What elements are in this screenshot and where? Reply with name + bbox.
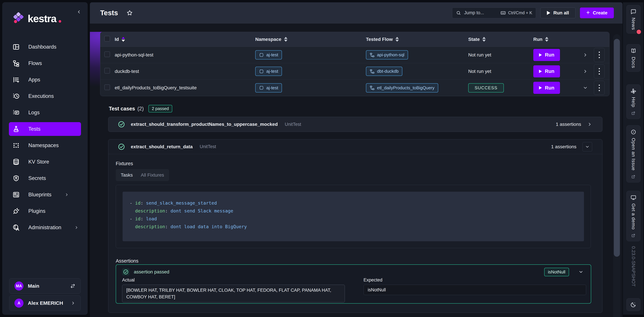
namespace-icon (259, 69, 264, 74)
collapse-assertion-icon[interactable] (578, 270, 584, 275)
namespaces-icon (12, 142, 20, 149)
state-label: Not run yet (468, 52, 491, 57)
sidebar-item-executions[interactable]: Executions (2, 89, 88, 103)
column-header-namespace[interactable]: Namespace (255, 37, 288, 42)
page-title: Tests (100, 9, 118, 17)
kestra-logo-text: kestra (28, 12, 56, 24)
expected-label: Expected (364, 278, 586, 283)
sidebar-item-logs[interactable]: Logs (2, 106, 88, 119)
row-checkbox[interactable] (104, 84, 110, 90)
sidebar-item-secrets[interactable]: Secrets (2, 171, 88, 185)
fixtures-section-title: Fixtures (116, 161, 591, 166)
sidebar-item-flows[interactable]: Flows (2, 56, 88, 70)
play-icon (547, 11, 550, 15)
flow-badge[interactable]: dbt-duckdb (366, 67, 402, 76)
test-case-row[interactable]: extract_should_transform_productNames_to… (108, 117, 602, 132)
success-state-badge: SUCCESS (468, 83, 504, 92)
sidebar-item-tests[interactable]: Tests (9, 122, 81, 136)
theme-toggle-button[interactable] (626, 298, 640, 311)
run-button[interactable]: Run (533, 65, 560, 77)
namespace-badge[interactable]: aj-test (255, 83, 282, 92)
column-header-id[interactable]: Id (115, 37, 125, 42)
page-content: Id Namespace Tested Flow State Run api-p… (90, 32, 622, 317)
row-menu-button[interactable] (594, 81, 604, 95)
row-menu-button[interactable] (594, 64, 604, 78)
expand-row-icon[interactable] (583, 52, 594, 57)
kestra-logo[interactable]: kestra (12, 12, 61, 25)
test-id[interactable]: api-python-sql-test (115, 52, 153, 57)
sidebar-item-namespaces[interactable]: Namespaces (2, 139, 88, 152)
jump-to-search[interactable]: Jump to... Ctrl/Cmd + K (452, 7, 536, 18)
namespace-icon (259, 52, 264, 57)
plus-icon: + (586, 9, 590, 15)
assertions-section-title: Assertions (116, 258, 591, 264)
open-an-issue-button[interactable]: Open an Issue (626, 125, 640, 182)
sidebar-item-apps[interactable]: Apps (2, 73, 88, 87)
dashboards-icon (12, 43, 20, 50)
sidebar-item-kv-store[interactable]: KV Store (2, 155, 88, 169)
news-button[interactable]: News (626, 5, 640, 33)
column-header-state[interactable]: State (468, 37, 486, 42)
flow-badge[interactable]: etl_dailyProducts_toBigQuery (366, 83, 438, 92)
right-rail: News Docs Help Open an Issue Get a demo … (623, 2, 643, 315)
run-all-button[interactable]: Run all (540, 7, 576, 18)
sidebar-item-dashboards[interactable]: Dashboards (2, 40, 88, 54)
tenant-switcher[interactable]: MA Main (9, 278, 81, 294)
sidebar-item-blueprints[interactable]: Blueprints (2, 188, 88, 202)
collapse-case-button[interactable] (582, 142, 592, 151)
chevron-left-icon (76, 9, 82, 14)
help-button[interactable]: Help (626, 84, 640, 119)
get-a-demo-button[interactable]: Get a demo (626, 191, 640, 241)
external-link-icon (631, 111, 636, 115)
tab-tasks[interactable]: Tasks (121, 172, 133, 178)
tenant-avatar: MA (14, 282, 24, 291)
scrollbar-thumb[interactable] (614, 39, 620, 257)
chevron-right-icon (71, 301, 76, 306)
fixtures-code-editor[interactable]: - id: send_slack_message_started descrip… (122, 192, 584, 241)
run-button[interactable]: Run (533, 49, 560, 61)
flow-icon (370, 69, 375, 74)
test-id[interactable]: etl_dailyProducts_toBigQuery_testsuite (115, 85, 197, 90)
table-row: etl_dailyProducts_toBigQuery_testsuite a… (100, 80, 609, 96)
namespace-badge[interactable]: aj-test (255, 50, 282, 59)
flow-icon (370, 52, 375, 57)
assertions-count: 1 assertions (556, 122, 581, 127)
search-icon (456, 10, 461, 15)
column-header-run[interactable]: Run (533, 37, 548, 42)
fixtures-tabs: Tasks All Fixtures (116, 169, 169, 181)
favorite-star-icon[interactable] (126, 10, 133, 16)
expand-case-icon[interactable] (587, 122, 592, 127)
table-header-row: Id Namespace Tested Flow State Run (100, 32, 609, 47)
run-button[interactable]: Run (533, 82, 560, 94)
sidebar-collapse-button[interactable] (75, 8, 83, 15)
scrollbar-track[interactable] (613, 34, 620, 317)
table-row: api-python-sql-test aj-test api-python-s… (100, 47, 609, 63)
expand-row-icon[interactable] (583, 69, 594, 74)
row-checkbox[interactable] (104, 51, 110, 57)
test-case-header[interactable]: extract_should_return_data UnitTest 1 as… (108, 139, 602, 154)
actual-value-field[interactable]: [BOWLER HAT, TRILBY HAT, BOWLER HAT, CLO… (122, 285, 345, 303)
user-menu[interactable]: A Alex EMERICH (9, 295, 81, 311)
sidebar-item-administration[interactable]: Administration (2, 221, 88, 234)
sidebar-nav: Dashboards Flows Apps Executions Logs Te… (2, 40, 88, 234)
tab-all-fixtures[interactable]: All Fixtures (141, 172, 164, 178)
row-menu-button[interactable] (594, 48, 604, 62)
expected-value-field[interactable]: isNotNull (364, 285, 586, 295)
passed-badge: 2 passed (148, 105, 172, 112)
column-header-tested-flow[interactable]: Tested Flow (366, 37, 399, 42)
row-checkbox[interactable] (104, 68, 110, 73)
flow-icon (370, 85, 375, 90)
kestra-logo-mark (12, 12, 25, 25)
docs-button[interactable]: Docs (626, 44, 640, 72)
sidebar-item-plugins[interactable]: Plugins (2, 204, 88, 218)
select-all-checkbox[interactable] (104, 36, 110, 41)
test-id[interactable]: duckdb-test (115, 69, 139, 74)
create-button[interactable]: + Create (580, 7, 614, 18)
namespace-badge[interactable]: aj-test (255, 67, 282, 76)
collapse-row-icon[interactable] (583, 85, 594, 90)
flow-badge[interactable]: api-python-sql (366, 50, 408, 59)
keyboard-shortcut: Ctrl/Cmd + K (500, 10, 532, 15)
sort-icon (122, 37, 125, 42)
administration-icon (12, 224, 20, 231)
tests-flask-icon (12, 125, 20, 133)
